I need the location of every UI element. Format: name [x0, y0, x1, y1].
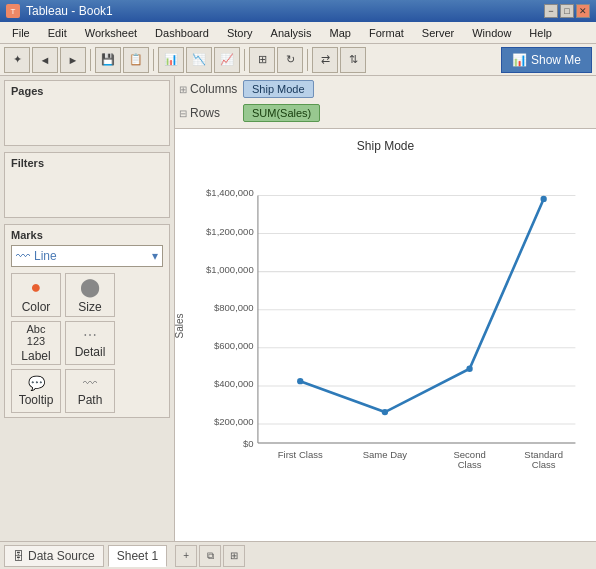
menu-format[interactable]: Format [361, 25, 412, 41]
filters-body [11, 173, 163, 213]
marks-path-button[interactable]: 〰 Path [65, 369, 115, 413]
marks-title: Marks [11, 229, 163, 241]
marks-tooltip-button[interactable]: 💬 Tooltip [11, 369, 61, 413]
chart-area: Ship Mode Sales [175, 129, 596, 541]
toolbar-sep2 [153, 49, 154, 71]
toolbar-new[interactable]: ✦ [4, 47, 30, 73]
rows-pill[interactable]: SUM(Sales) [243, 104, 320, 122]
toolbar-sort[interactable]: ⇅ [340, 47, 366, 73]
line-chart-polyline [300, 199, 543, 412]
svg-text:Class: Class [458, 459, 482, 470]
data-point-2 [466, 366, 472, 372]
detail-label: Detail [75, 345, 106, 359]
toolbar-chart2[interactable]: 📉 [186, 47, 212, 73]
sheet-label: Sheet 1 [117, 549, 158, 563]
svg-text:$800,000: $800,000 [214, 302, 254, 313]
show-me-label: Show Me [531, 53, 581, 67]
y-axis-label: Sales [174, 313, 185, 338]
color-label: Color [22, 300, 51, 314]
close-button[interactable]: ✕ [576, 4, 590, 18]
sheet-tab[interactable]: Sheet 1 [108, 545, 167, 567]
datasource-tab[interactable]: 🗄 Data Source [4, 545, 104, 567]
toolbar: ✦ ◄ ► 💾 📋 📊 📉 📈 ⊞ ↻ ⇄ ⇅ 📊 Show Me [0, 44, 596, 76]
toolbar-swap[interactable]: ⇄ [312, 47, 338, 73]
show-me-button[interactable]: 📊 Show Me [501, 47, 592, 73]
chart-title: Ship Mode [185, 139, 586, 153]
svg-text:Same Day: Same Day [363, 449, 408, 460]
tooltip-label: Tooltip [19, 393, 54, 407]
marks-detail-button[interactable]: ⋯ Detail [65, 321, 115, 365]
marks-color-button[interactable]: ● Color [11, 273, 61, 317]
svg-text:First Class: First Class [278, 449, 323, 460]
menu-bar: File Edit Worksheet Dashboard Story Anal… [0, 22, 596, 44]
maximize-button[interactable]: □ [560, 4, 574, 18]
svg-text:$1,200,000: $1,200,000 [206, 226, 254, 237]
dropdown-arrow-icon: ▾ [152, 249, 158, 263]
marks-size-button[interactable]: ⬤ Size [65, 273, 115, 317]
window-title: Tableau - Book1 [26, 4, 113, 18]
toolbar-chart3[interactable]: 📈 [214, 47, 240, 73]
svg-text:$200,000: $200,000 [214, 416, 254, 427]
marks-label-button[interactable]: Abc123 Label [11, 321, 61, 365]
menu-edit[interactable]: Edit [40, 25, 75, 41]
pages-section: Pages [4, 80, 170, 146]
columns-shelf: ⊞ Columns Ship Mode [179, 78, 592, 100]
main-area: Pages Filters Marks 〰 Line ▾ ● Color [0, 76, 596, 541]
menu-story[interactable]: Story [219, 25, 261, 41]
app-icon: T [6, 4, 20, 18]
menu-dashboard[interactable]: Dashboard [147, 25, 217, 41]
menu-window[interactable]: Window [464, 25, 519, 41]
label-icon: Abc123 [27, 323, 46, 347]
menu-map[interactable]: Map [322, 25, 359, 41]
pages-title: Pages [11, 85, 163, 97]
svg-text:$400,000: $400,000 [214, 378, 254, 389]
marks-type-label: Line [34, 249, 57, 263]
toolbar-back[interactable]: ◄ [32, 47, 58, 73]
pages-body [11, 101, 163, 141]
status-bar: 🗄 Data Source Sheet 1 + ⧉ ⊞ [0, 541, 596, 569]
menu-help[interactable]: Help [521, 25, 560, 41]
menu-file[interactable]: File [4, 25, 38, 41]
chart-inner: Sales [185, 157, 586, 509]
rows-shelf: ⊟ Rows SUM(Sales) [179, 102, 592, 124]
menu-worksheet[interactable]: Worksheet [77, 25, 145, 41]
marks-buttons: ● Color ⬤ Size Abc123 Label ⋯ Detail 💬 [11, 273, 163, 413]
rows-text: Rows [190, 106, 220, 120]
tooltip-icon: 💬 [28, 375, 45, 391]
toolbar-copy[interactable]: 📋 [123, 47, 149, 73]
menu-analysis[interactable]: Analysis [263, 25, 320, 41]
toolbar-save[interactable]: 💾 [95, 47, 121, 73]
size-icon: ⬤ [80, 276, 100, 298]
toolbar-refresh[interactable]: ↻ [277, 47, 303, 73]
svg-text:$1,400,000: $1,400,000 [206, 187, 254, 198]
marks-section: Marks 〰 Line ▾ ● Color ⬤ Size Abc123 [4, 224, 170, 418]
minimize-button[interactable]: − [544, 4, 558, 18]
toolbar-forward[interactable]: ► [60, 47, 86, 73]
duplicate-sheet-button[interactable]: ⧉ [199, 545, 221, 567]
columns-text: Columns [190, 82, 237, 96]
svg-text:Standard: Standard [524, 449, 563, 460]
size-label: Size [78, 300, 101, 314]
columns-pill[interactable]: Ship Mode [243, 80, 314, 98]
data-point-3 [540, 196, 546, 202]
toolbar-sep4 [307, 49, 308, 71]
detail-icon: ⋯ [83, 327, 97, 343]
path-icon: 〰 [83, 375, 97, 391]
rows-label: ⊟ Rows [179, 106, 239, 120]
show-me-icon: 📊 [512, 53, 527, 67]
new-dashboard-button[interactable]: ⊞ [223, 545, 245, 567]
new-sheet-button[interactable]: + [175, 545, 197, 567]
path-label: Path [78, 393, 103, 407]
toolbar-chart1[interactable]: 📊 [158, 47, 184, 73]
chart-svg-container: $0 $200,000 $400,000 $600,000 $800,000 $… [205, 157, 586, 509]
database-icon: 🗄 [13, 550, 24, 562]
marks-type-dropdown[interactable]: 〰 Line ▾ [11, 245, 163, 267]
left-panel: Pages Filters Marks 〰 Line ▾ ● Color [0, 76, 175, 541]
columns-label: ⊞ Columns [179, 82, 239, 96]
shelf-area: ⊞ Columns Ship Mode ⊟ Rows SUM(Sales) [175, 76, 596, 129]
svg-text:$1,000,000: $1,000,000 [206, 264, 254, 275]
svg-text:Class: Class [532, 459, 556, 470]
toolbar-filter[interactable]: ⊞ [249, 47, 275, 73]
menu-server[interactable]: Server [414, 25, 462, 41]
datasource-label: Data Source [28, 549, 95, 563]
